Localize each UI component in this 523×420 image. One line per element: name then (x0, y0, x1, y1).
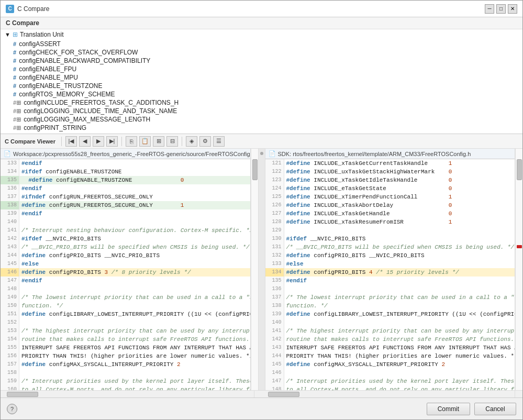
tree-item-label-4: configENABLE_MPU (19, 74, 78, 81)
left-line-155: 155 INTERRUPT SAFE FREERTOS API FUNCTION… (1, 344, 250, 352)
left-line-147: 147 #endif (1, 277, 250, 285)
left-line-137: 137 #ifndef configRUN_FREERTOS_SECURE_ON… (1, 193, 250, 201)
title-controls[interactable]: ─ □ ✕ (485, 4, 517, 14)
main-content: C Compare ▼ ⊞ Translation Unit # configA… (1, 17, 522, 397)
left-line-150: 150 function. */ (1, 302, 250, 310)
section-label: C Compare (1, 17, 522, 29)
left-line-136: 136 #endif (1, 184, 250, 193)
right-line-147: 147 /* Interrupt priorities used by the … (265, 377, 515, 385)
right-hscroll[interactable] (262, 391, 515, 397)
window-title: C Compare (17, 5, 49, 13)
tree-panel[interactable]: ▼ ⊞ Translation Unit # configASSERT # co… (1, 29, 522, 134)
toolbar-btn-first[interactable]: |◀ (65, 136, 77, 147)
left-line-139: 139 #endif (1, 209, 250, 218)
right-line-126: 126 #define INCLUDE_xTaskAbortDelay 0 (265, 201, 515, 209)
help-button[interactable]: ? (7, 404, 17, 414)
commit-button[interactable]: Commit (427, 403, 470, 415)
right-line-121: 121 #define INCLUDE_xTaskGetCurrentTaskH… (265, 159, 515, 168)
hash-icon-1: # (13, 49, 16, 56)
tree-item-0[interactable]: # configASSERT (9, 40, 522, 48)
toolbar-btn-expand[interactable]: ⊞ (153, 136, 164, 147)
cancel-button[interactable]: Cancel (474, 403, 516, 415)
right-line-146: 146 (265, 369, 515, 377)
left-line-149: 149 /* The lowest interrupt priority tha… (1, 293, 250, 302)
tree-root[interactable]: ▼ ⊞ Translation Unit (1, 29, 522, 40)
toolbar-btn-copy[interactable]: ⎘ (126, 136, 137, 147)
tree-root-label: Translation Unit (20, 31, 64, 38)
toolbar-sep-2 (121, 137, 122, 146)
right-line-142: 142 routine that makes calls to interrup… (265, 335, 515, 344)
tree-expand-icon: ▼ (5, 31, 10, 38)
tree-item-9[interactable]: #⊞ configLOGGING_MAX_MESSAGE_LENGTH (9, 115, 522, 124)
right-line-139: 139 #define configLIBRARY_LOWEST_INTERRU… (265, 310, 515, 318)
right-line-133: 133 #else (265, 260, 515, 268)
right-diff-pane[interactable]: 📄 SDK: rtos/freertos/freertos_kernel/tem… (265, 149, 516, 390)
right-scroll-thumb[interactable] (517, 159, 522, 180)
right-scrollbar[interactable] (515, 149, 522, 390)
right-line-129: 129 (265, 226, 515, 235)
hscroll-corner (254, 391, 262, 397)
left-scroll-thumb[interactable] (252, 159, 258, 180)
tree-item-8[interactable]: #⊞ configLOGGING_INCLUDE_TIME_AND_TASK_N… (9, 107, 522, 115)
left-hscroll-thumb[interactable] (7, 392, 38, 397)
right-line-128: 128 #define INCLUDE_xTaskResumeFromISR 1 (265, 218, 515, 226)
right-pane-wrapper: 📄 SDK: rtos/freertos/freertos_kernel/tem… (265, 149, 523, 390)
toolbar-btn-paste[interactable]: 📋 (139, 136, 151, 147)
hash-icon-6: # (13, 91, 16, 97)
right-line-135: 135 #endif (265, 277, 515, 285)
tree-item-6[interactable]: # configRTOS_MEMORY_SCHEME (9, 90, 522, 98)
tree-item-label-2: configENABLE_BACKWARD_COMPATIBILITY (19, 57, 150, 64)
bottom-bar: ? Commit Cancel (1, 397, 522, 419)
right-code-area: 121 #define INCLUDE_xTaskGetCurrentTaskH… (265, 159, 515, 390)
left-hscroll[interactable] (1, 391, 254, 397)
toolbar-btn-prev[interactable]: ◀ (79, 136, 91, 147)
hash-icon-3: # (13, 66, 16, 72)
left-line-148: 148 (1, 285, 250, 293)
toolbar-btn-next[interactable]: ▶ (93, 136, 104, 147)
hash-icon-8: #⊞ (13, 108, 21, 115)
tree-item-label-0: configASSERT (19, 40, 61, 48)
toolbar-btn-last[interactable]: ▶| (106, 136, 118, 147)
tree-item-5[interactable]: # configENABLE_TRUSTZONE (9, 82, 522, 90)
tree-item-4[interactable]: # configENABLE_MPU (9, 73, 522, 82)
left-diff-header: 📄 Workspace:/pcxpresso55s28_freertos_gen… (1, 149, 250, 159)
right-line-141: 141 /* The highest interrupt priority th… (265, 327, 515, 335)
tree-item-3[interactable]: # configENABLE_FPU (9, 65, 522, 73)
minimize-button[interactable]: ─ (485, 4, 494, 14)
right-line-131: 131 /* __BVIC_PRIO_BITS will be specifie… (265, 243, 515, 251)
horizontal-scrollbar-area (1, 390, 522, 397)
left-scrollbar[interactable] (251, 149, 258, 390)
maximize-button[interactable]: □ (496, 4, 506, 14)
left-line-135: 135 #define configENABLE_TRUSTZONE 0 (1, 176, 250, 184)
toolbar-btn-menu[interactable]: ☰ (213, 136, 225, 147)
right-hscroll-thumb[interactable] (268, 392, 299, 397)
left-file-path: Workspace:/pcxpresso55s28_freertos_gener… (13, 151, 250, 157)
tree-item-1[interactable]: # configCHECK_FOR_STACK_OVERFLOW (9, 48, 522, 57)
tree-item-label-10: configPRINT_STRING (24, 124, 86, 131)
tree-item-10[interactable]: #⊞ configPRINT_STRING (9, 124, 522, 132)
diff-panels: 📄 Workspace:/pcxpresso55s28_freertos_gen… (1, 149, 522, 390)
left-line-140: 140 (1, 218, 250, 226)
main-window: C C Compare ─ □ ✕ C Compare ▼ ⊞ Translat… (0, 0, 523, 420)
toolbar-btn-collapse[interactable]: ⊟ (166, 136, 178, 147)
left-line-153: 153 /* The highest interrupt priority th… (1, 327, 250, 335)
left-diff-pane[interactable]: 📄 Workspace:/pcxpresso55s28_freertos_gen… (1, 149, 251, 390)
left-pane-wrapper: 📄 Workspace:/pcxpresso55s28_freertos_gen… (1, 149, 258, 390)
right-line-145: 145 #define configMAX_SYSCALL_INTERRUPT_… (265, 360, 515, 369)
viewer-label: C Compare Viewer (5, 138, 55, 145)
right-file-icon: 📄 (269, 150, 276, 157)
left-line-145: 145 #else (1, 260, 250, 268)
hash-icon-0: # (13, 41, 16, 47)
toolbar-btn-sync[interactable]: ◈ (186, 136, 197, 147)
bottom-left: ? (7, 404, 17, 414)
viewer-section: C Compare Viewer |◀ ◀ ▶ ▶| ⎘ 📋 ⊞ ⊟ ◈ ⚙ ☰ (1, 134, 522, 397)
tree-item-7[interactable]: #⊞ configINCLUDE_FREERTOS_TASK_C_ADDITIO… (9, 98, 522, 107)
tree-item-label-5: configENABLE_TRUSTZONE (19, 82, 102, 90)
tree-item-label-7: configINCLUDE_FREERTOS_TASK_C_ADDITIONS_… (24, 99, 179, 106)
right-line-122: 122 #define INCLUDE_uxTaskGetStackHighWa… (265, 168, 515, 176)
close-button[interactable]: ✕ (508, 4, 517, 14)
toolbar-btn-settings[interactable]: ⚙ (199, 136, 211, 147)
tree-item-2[interactable]: # configENABLE_BACKWARD_COMPATIBILITY (9, 57, 522, 65)
title-bar: C C Compare ─ □ ✕ (1, 1, 522, 17)
right-line-143: 143 INTERRUPT SAFE FREERTOS API FUNCTION… (265, 344, 515, 352)
